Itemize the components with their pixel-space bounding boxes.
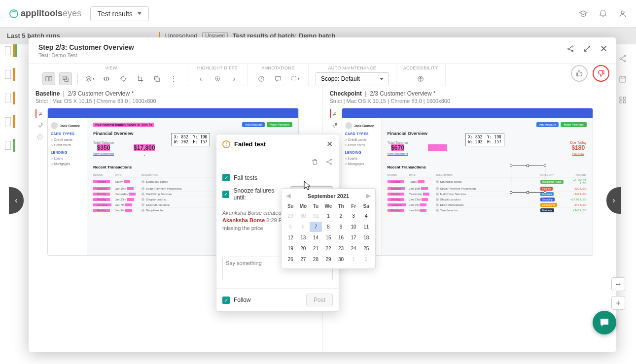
warn-icon: ! xyxy=(222,140,230,148)
checkbox-checked-icon: ✓ xyxy=(222,174,230,181)
cal-day[interactable]: 9 xyxy=(335,222,347,232)
follow-checkbox-row[interactable]: ✓ Follow xyxy=(222,297,251,304)
cal-day[interactable]: 5 xyxy=(284,222,297,232)
layers-button[interactable]: ▾ xyxy=(83,72,96,85)
cal-day[interactable]: 8 xyxy=(322,222,335,232)
group-auto-label: AUTO MAINTENANCE xyxy=(328,66,377,70)
chat-button[interactable] xyxy=(593,311,616,334)
svg-point-29 xyxy=(327,161,328,163)
cal-day[interactable]: 25 xyxy=(360,243,372,254)
cal-day[interactable]: 23 xyxy=(335,243,347,254)
thumbs-down-button[interactable] xyxy=(593,65,609,82)
user-icon[interactable] xyxy=(618,9,627,18)
cal-day[interactable]: 1 xyxy=(348,254,360,265)
trash-icon[interactable] xyxy=(311,158,318,165)
view-overlay-button[interactable] xyxy=(59,72,72,85)
grid-icon[interactable] xyxy=(618,96,627,104)
cal-day[interactable]: 6 xyxy=(297,222,310,232)
scope-select[interactable]: Scope: Default xyxy=(316,72,389,85)
cal-day[interactable]: 4 xyxy=(360,211,372,221)
cal-day[interactable]: 7 xyxy=(310,222,322,232)
expand-icon[interactable] xyxy=(583,45,591,53)
checkpoint-screenshot[interactable]: Jack Gomez CARD TYPES ○ Credit cards ○ D… xyxy=(342,108,593,256)
close-icon[interactable]: ✕ xyxy=(600,43,607,54)
cal-day[interactable]: 14 xyxy=(310,232,322,243)
cal-day[interactable]: 12 xyxy=(284,232,297,243)
cal-day[interactable]: 16 xyxy=(335,232,347,243)
cal-day[interactable]: 19 xyxy=(284,243,297,254)
post-button[interactable]: Post xyxy=(306,294,333,306)
view-side-by-side-button[interactable] xyxy=(42,72,55,85)
bell-icon[interactable] xyxy=(599,9,607,18)
thumbs-up-button[interactable] xyxy=(571,65,588,82)
thumbs-down-small-icon[interactable] xyxy=(330,121,339,130)
modal-header: Step 2/3: Customer Overview Test: Demo T… xyxy=(29,37,616,64)
svg-rect-18 xyxy=(155,77,158,80)
prev-diff-button[interactable]: ‹ xyxy=(194,72,207,85)
fit-width-button[interactable]: ↔ xyxy=(611,277,625,291)
thumbs-down-small-icon[interactable] xyxy=(35,121,44,130)
cal-dow: Su xyxy=(284,202,297,210)
next-diff-button[interactable]: › xyxy=(228,72,241,85)
date-picker-calendar: ◀ September 2021 ▶ SuMoTuWeThFrSa2930311… xyxy=(281,188,376,269)
diff-indicator-icon[interactable]: ≠ xyxy=(330,109,339,118)
more-button[interactable]: ⋮ xyxy=(167,72,180,85)
region-button[interactable]: ▾ xyxy=(288,72,301,85)
cal-dow: We xyxy=(322,202,335,210)
accessibility-button[interactable] xyxy=(414,72,427,85)
cal-day[interactable]: 30 xyxy=(335,254,347,265)
code-button[interactable] xyxy=(100,72,113,85)
follow-label: Follow xyxy=(234,297,251,303)
cal-day[interactable]: 2 xyxy=(335,211,347,221)
svg-rect-7 xyxy=(624,97,626,99)
baseline-side-icons: ≠ xyxy=(35,108,44,141)
graduation-icon[interactable] xyxy=(579,9,588,18)
share-icon[interactable] xyxy=(325,158,333,165)
svg-point-2 xyxy=(624,55,626,57)
cal-day[interactable]: 31 xyxy=(310,211,322,221)
cal-day[interactable]: 15 xyxy=(322,232,335,243)
cal-day[interactable]: 3 xyxy=(348,211,360,221)
cal-day[interactable]: 22 xyxy=(322,243,335,254)
copy-button[interactable] xyxy=(150,72,163,85)
cal-day[interactable]: 26 xyxy=(284,254,297,265)
baseline-step: 2/3 Customer Overview * xyxy=(68,90,134,97)
cal-next-button[interactable]: ▶ xyxy=(366,193,370,199)
cal-day[interactable]: 29 xyxy=(322,254,335,265)
diff-target-button[interactable] xyxy=(211,72,224,85)
checkpoint-step: 2/3 Customer Overview * xyxy=(370,90,435,97)
cal-day[interactable]: 24 xyxy=(348,243,360,254)
cal-day[interactable]: 10 xyxy=(348,222,360,232)
issue-button[interactable] xyxy=(255,72,268,85)
crop-button[interactable] xyxy=(134,72,146,85)
prev-step-button[interactable]: ‹ xyxy=(9,187,24,214)
warn-small-icon[interactable] xyxy=(35,132,44,141)
popover-close-icon[interactable]: ✕ xyxy=(326,139,333,149)
cal-day[interactable]: 2 xyxy=(360,254,372,265)
cal-day[interactable]: 20 xyxy=(297,243,310,254)
cal-day[interactable]: 27 xyxy=(297,254,310,265)
cal-day[interactable]: 21 xyxy=(310,243,322,254)
target-button[interactable] xyxy=(117,72,130,85)
zoom-in-button[interactable]: ＋ xyxy=(611,296,625,310)
cal-day[interactable]: 17 xyxy=(348,232,360,243)
checkpoint-meta: Strict | Mac OS X 10.15 | Chrome 83.0 | … xyxy=(330,98,610,104)
popover-title: Failed test xyxy=(234,140,266,148)
fail-tests-checkbox-row[interactable]: ✓ Fail tests xyxy=(222,171,333,184)
diff-indicator-icon[interactable]: ≠ xyxy=(35,109,44,118)
svg-rect-6 xyxy=(620,97,622,99)
save-icon[interactable] xyxy=(618,75,627,84)
cal-day[interactable]: 13 xyxy=(297,232,310,243)
test-results-dropdown[interactable]: Test results xyxy=(90,6,149,21)
cal-prev-button[interactable]: ◀ xyxy=(286,193,290,199)
comment-button[interactable] xyxy=(272,72,284,85)
cal-day[interactable]: 30 xyxy=(297,211,310,221)
svg-rect-19 xyxy=(156,78,159,81)
cal-day[interactable]: 11 xyxy=(360,222,372,232)
cal-day[interactable]: 29 xyxy=(284,211,297,221)
cal-day[interactable]: 18 xyxy=(360,232,372,243)
share-icon[interactable] xyxy=(566,45,574,53)
share-icon[interactable] xyxy=(618,54,627,63)
cal-day[interactable]: 1 xyxy=(322,211,335,221)
cal-day[interactable]: 28 xyxy=(310,254,322,265)
